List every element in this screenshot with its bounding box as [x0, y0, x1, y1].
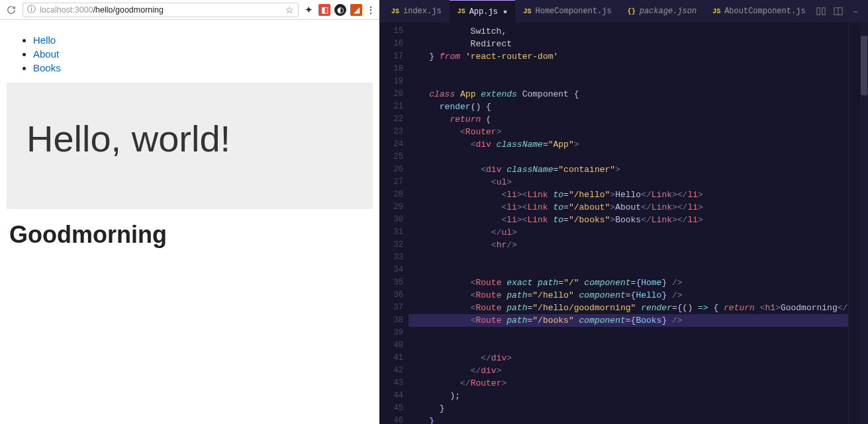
code-line[interactable]: </Router>	[409, 377, 848, 390]
tab-toolbar: ⋯	[815, 5, 868, 17]
code-line[interactable]: <li><Link to="/about">About</Link></li>	[409, 201, 848, 214]
extension-icon[interactable]: ◢	[350, 4, 362, 16]
nav-link-books[interactable]: Books	[33, 62, 61, 73]
code-area[interactable]: Switch, Redirect } from 'react-router-do…	[409, 22, 848, 424]
nav-link-hello[interactable]: Hello	[33, 34, 56, 46]
scroll-thumb[interactable]	[861, 36, 867, 95]
page-heading: Goodmorning	[7, 221, 373, 249]
svg-rect-0	[817, 8, 820, 15]
tab-label: HomeComponent.js	[535, 7, 611, 16]
code-line[interactable]: <Route path="/books" component={Books} /…	[409, 314, 848, 327]
browser-pane: ⓘ localhost:3000/hello/goodmorning ☆ ✦ ◧…	[0, 0, 379, 424]
code-editor[interactable]: 1516171819202122232425262728293031323334…	[379, 22, 868, 424]
svg-rect-1	[822, 8, 825, 15]
more-icon[interactable]: ⋯	[849, 5, 861, 17]
code-line[interactable]: <ul>	[409, 176, 848, 189]
tab-label: App.js	[469, 7, 498, 17]
line-gutter: 1516171819202122232425262728293031323334…	[379, 22, 409, 424]
code-line[interactable]: <div className="App">	[409, 138, 848, 151]
tab-close-icon[interactable]: ●	[503, 8, 508, 16]
code-line[interactable]: <li><Link to="/books">Books</Link></li>	[409, 214, 848, 226]
code-line[interactable]	[409, 339, 848, 352]
minimap[interactable]	[848, 22, 860, 424]
code-line[interactable]	[409, 327, 848, 339]
editor-tab[interactable]: {}package.json	[620, 0, 704, 22]
jumbotron-heading: Hello, world!	[26, 117, 353, 160]
browser-menu-icon[interactable]: ⋮	[366, 5, 375, 15]
code-line[interactable]	[409, 151, 848, 163]
json-file-icon: {}	[628, 8, 636, 15]
editor-tab[interactable]: JSHomeComponent.js	[515, 0, 619, 22]
code-line[interactable]: class App extends Component {	[409, 88, 848, 101]
tab-label: package.json	[640, 7, 697, 16]
editor-tab[interactable]: JSAboutComponent.js	[704, 0, 813, 22]
code-line[interactable]: <Router>	[409, 126, 848, 138]
code-line[interactable]	[409, 251, 848, 264]
code-line[interactable]: } from 'react-router-dom'	[409, 50, 848, 63]
code-line[interactable]: <li><Link to="/hello">Hello</Link></li>	[409, 189, 848, 201]
code-line[interactable]: <Route exact path="/" component={Home} /…	[409, 276, 848, 289]
nav-item: About	[33, 48, 373, 60]
tab-label: AboutComponent.js	[724, 7, 805, 16]
extension-icon[interactable]: ◐	[334, 4, 346, 16]
reload-button[interactable]	[4, 3, 19, 17]
js-file-icon: JS	[458, 8, 465, 15]
scrollbar-vertical[interactable]	[860, 22, 868, 424]
js-file-icon: JS	[523, 8, 531, 15]
js-file-icon: JS	[391, 8, 399, 15]
code-line[interactable]: Redirect	[409, 38, 848, 50]
code-line[interactable]: );	[409, 390, 848, 402]
code-line[interactable]: <Route path="/hello" component={Hello} /…	[409, 289, 848, 302]
split-editor-icon[interactable]	[832, 5, 844, 17]
code-line[interactable]: }	[409, 402, 848, 415]
code-line[interactable]	[409, 63, 848, 75]
code-line[interactable]: </div>	[409, 352, 848, 364]
nav-list: Hello About Books	[7, 34, 373, 73]
code-line[interactable]: return (	[409, 113, 848, 126]
code-line[interactable]: render() {	[409, 101, 848, 113]
code-line[interactable]: <hr/>	[409, 239, 848, 251]
code-line[interactable]: Switch,	[409, 25, 848, 38]
nav-item: Books	[33, 62, 373, 73]
page-content: Hello About Books Hello, world! Goodmorn…	[0, 20, 379, 424]
bookmark-star-icon[interactable]: ☆	[285, 5, 294, 15]
address-bar[interactable]: ⓘ localhost:3000/hello/goodmorning ☆	[23, 3, 299, 17]
url-text: localhost:3000/hello/goodmorning	[40, 5, 164, 15]
compare-icon[interactable]	[815, 5, 827, 17]
editor-pane: JSindex.jsJSApp.js●JSHomeComponent.js{}p…	[379, 0, 868, 424]
tab-label: index.js	[403, 7, 442, 16]
info-icon: ⓘ	[27, 4, 36, 15]
code-line[interactable]: }	[409, 415, 848, 424]
code-line[interactable]: <div className="container">	[409, 163, 848, 176]
editor-tabs: JSindex.jsJSApp.js●JSHomeComponent.js{}p…	[379, 0, 868, 22]
browser-toolbar: ⓘ localhost:3000/hello/goodmorning ☆ ✦ ◧…	[0, 0, 379, 20]
editor-tab[interactable]: JSindex.js	[383, 0, 450, 22]
js-file-icon: JS	[712, 8, 720, 15]
code-line[interactable]	[409, 264, 848, 276]
code-line[interactable]: <Route path="/hello/goodmorning" render=…	[409, 302, 848, 314]
jumbotron: Hello, world!	[7, 83, 373, 209]
code-line[interactable]: </ul>	[409, 226, 848, 239]
nav-link-about[interactable]: About	[33, 48, 59, 60]
code-line[interactable]	[409, 75, 848, 88]
extension-icon[interactable]: ◧	[318, 4, 330, 16]
editor-tab[interactable]: JSApp.js●	[450, 0, 516, 22]
extension-icon[interactable]: ✦	[303, 4, 314, 16]
nav-item: Hello	[33, 34, 373, 46]
code-line[interactable]: </div>	[409, 364, 848, 377]
